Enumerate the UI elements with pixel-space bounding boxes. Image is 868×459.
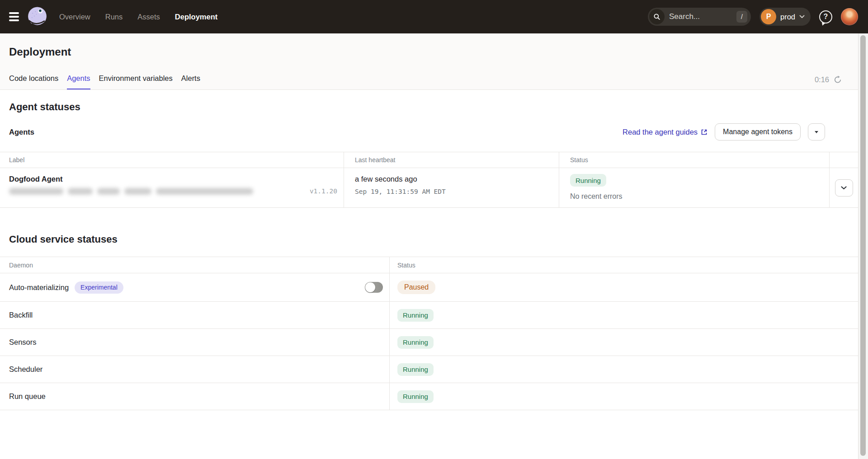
refresh-countdown: 0:16 [815, 75, 842, 89]
scrollbar-thumb[interactable] [860, 35, 866, 456]
tab-code-locations[interactable]: Code locations [9, 74, 58, 89]
agent-name: Dogfood Agent [9, 175, 337, 183]
nav-link-deployment[interactable]: Deployment [175, 13, 217, 21]
column-header-last-heartbeat: Last heartbeat [344, 152, 559, 168]
help-icon[interactable]: ? [819, 10, 832, 23]
top-nav: Overview Runs Assets Deployment / P prod… [0, 0, 868, 33]
refresh-timer-value: 0:16 [815, 75, 829, 84]
service-row-backfill: Backfill Running [0, 302, 858, 329]
experimental-badge: Experimental [75, 281, 123, 294]
service-status-badge: Running [397, 390, 434, 403]
service-label: Auto-materializing [9, 283, 69, 292]
agents-toolbar: Agents Read the agent guides Manage agen… [9, 123, 825, 141]
tab-environment-variables[interactable]: Environment variables [99, 74, 173, 89]
org-avatar: P [761, 9, 776, 24]
vertical-scrollbar[interactable] [858, 33, 868, 459]
agent-row-expand-button[interactable] [835, 179, 853, 197]
chevron-down-icon [841, 186, 847, 190]
column-header-daemon: Daemon [0, 257, 389, 273]
nav-links: Overview Runs Assets Deployment [59, 13, 217, 21]
service-status-badge: Running [397, 363, 434, 376]
column-header-status: Status [389, 257, 858, 273]
deployment-switcher[interactable]: P prod [760, 8, 811, 26]
service-status-badge: Paused [397, 281, 435, 294]
cloud-service-statuses-heading: Cloud service statuses [9, 234, 858, 245]
org-label: prod [780, 13, 795, 21]
services-table: Daemon Status Auto-materializing Experim… [0, 257, 858, 410]
manage-agent-tokens-button[interactable]: Manage agent tokens [715, 123, 801, 141]
agents-subheading: Agents [9, 128, 34, 136]
external-link-icon [701, 129, 708, 136]
service-label: Sensors [9, 338, 37, 347]
search-input[interactable] [669, 12, 732, 21]
nav-link-runs[interactable]: Runs [105, 13, 123, 21]
tabs: Code locations Agents Environment variab… [9, 74, 842, 89]
search-box[interactable]: / [648, 8, 751, 26]
heartbeat-relative: a few seconds ago [355, 175, 559, 183]
nav-link-assets[interactable]: Assets [137, 13, 160, 21]
user-avatar[interactable] [841, 8, 858, 25]
heartbeat-timestamp: Sep 19, 11:31:59 AM EDT [355, 188, 559, 195]
menu-icon[interactable] [9, 12, 19, 21]
agents-table: Label Last heartbeat Status Dogfood Agen… [0, 152, 858, 208]
agent-tokens-dropdown-button[interactable] [808, 123, 825, 141]
search-shortcut-key: / [736, 11, 747, 23]
agents-actions: Read the agent guides Manage agent token… [623, 123, 825, 141]
chevron-down-icon [799, 15, 805, 19]
nav-right: / P prod ? [648, 8, 858, 26]
service-row-sensors: Sensors Running [0, 329, 858, 356]
service-label: Scheduler [9, 365, 42, 374]
nav-link-overview[interactable]: Overview [59, 13, 90, 21]
page-header: Deployment Code locations Agents Environ… [0, 33, 858, 90]
agent-errors-text: No recent errors [570, 192, 623, 201]
agent-version: v1.1.20 [310, 187, 337, 195]
service-status-badge: Running [397, 309, 434, 322]
agent-statuses-heading: Agent statuses [9, 101, 858, 113]
service-label: Backfill [9, 311, 33, 319]
refresh-icon[interactable] [833, 75, 842, 84]
agent-row: Dogfood Agent v1.1.20 a few seconds ago … [0, 168, 858, 208]
service-row-run-queue: Run queue Running [0, 383, 858, 410]
service-row-auto-materializing: Auto-materializing Experimental Paused [0, 273, 858, 302]
service-label: Run queue [9, 392, 46, 401]
services-table-header: Daemon Status [0, 257, 858, 273]
column-header-actions [829, 152, 858, 168]
caret-down-icon [815, 131, 818, 133]
agent-id-redacted [9, 188, 253, 195]
agents-table-header: Label Last heartbeat Status [0, 152, 858, 168]
page-title: Deployment [9, 46, 842, 58]
tab-agents[interactable]: Agents [67, 74, 90, 89]
column-header-status: Status [559, 152, 829, 168]
dagster-logo-icon[interactable] [26, 6, 48, 28]
service-row-scheduler: Scheduler Running [0, 356, 858, 383]
search-icon [649, 9, 665, 24]
agent-status-badge: Running [570, 174, 606, 187]
agent-guides-link-label: Read the agent guides [623, 128, 698, 136]
service-status-badge: Running [397, 336, 434, 349]
agent-guides-link[interactable]: Read the agent guides [623, 128, 708, 136]
auto-materializing-toggle[interactable] [365, 282, 383, 293]
column-header-label: Label [0, 152, 344, 168]
tab-alerts[interactable]: Alerts [181, 74, 200, 89]
